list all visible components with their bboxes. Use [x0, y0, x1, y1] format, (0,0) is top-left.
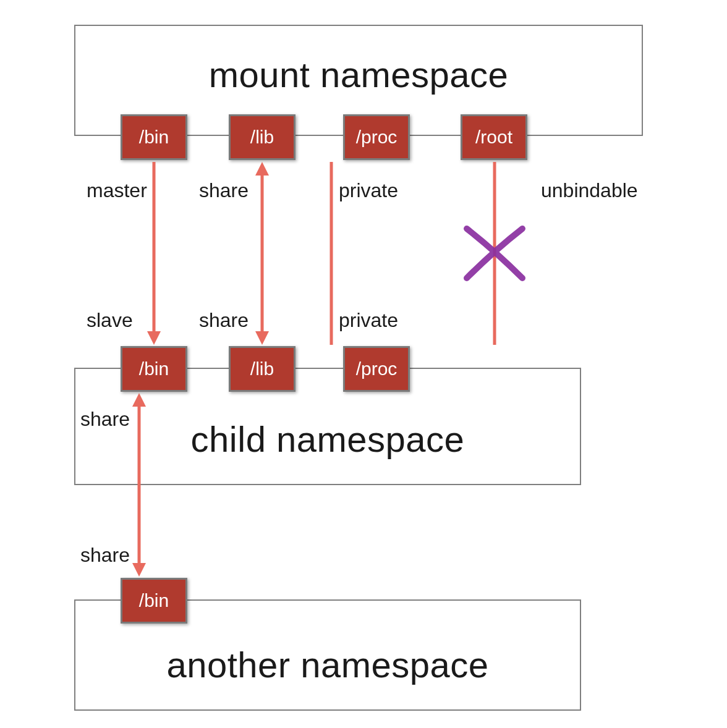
svg-marker-4: [255, 331, 269, 345]
mount-child-bin: /bin: [121, 346, 187, 392]
diagram-stage: mount namespace child namespace another …: [0, 0, 727, 728]
label-proc-private-bottom: private: [339, 309, 398, 332]
line-root-unbindable: [467, 162, 522, 345]
mount-top-proc: /proc: [343, 114, 410, 160]
arrow-bin-down: [147, 162, 161, 345]
another-namespace-title: another namespace: [75, 644, 580, 685]
label-childbin-share-top: share: [80, 408, 130, 431]
x-mark-icon: [467, 229, 522, 278]
mount-child-proc: /proc: [343, 346, 410, 392]
label-root-unbindable: unbindable: [541, 179, 638, 202]
svg-marker-3: [255, 162, 269, 176]
mount-top-root: /root: [461, 114, 527, 160]
mount-another-bin: /bin: [121, 578, 187, 624]
label-childbin-share-bottom: share: [80, 544, 130, 567]
label-lib-share-bottom: share: [199, 309, 249, 332]
arrow-lib-double: [255, 162, 269, 345]
mount-child-lib: /lib: [229, 346, 295, 392]
label-bin-slave: slave: [87, 309, 133, 332]
svg-marker-9: [132, 563, 146, 577]
label-bin-master: master: [87, 179, 147, 202]
mount-namespace-title: mount namespace: [75, 54, 642, 95]
label-lib-share-top: share: [199, 179, 249, 202]
mount-top-lib: /lib: [229, 114, 295, 160]
svg-marker-1: [147, 331, 161, 345]
label-proc-private-top: private: [339, 179, 398, 202]
child-namespace-title: child namespace: [75, 418, 580, 460]
mount-top-bin: /bin: [121, 114, 187, 160]
